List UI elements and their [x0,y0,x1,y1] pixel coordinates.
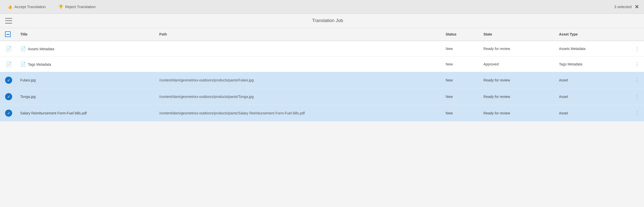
accept-translation-label: Accept Translation [14,5,46,9]
row-more-button[interactable]: ⋮ [635,94,640,99]
row-path [155,41,442,57]
row-actions[interactable]: ⋮ [631,57,644,72]
row-state: Ready for review [479,89,555,105]
row-checkbox-cell[interactable]: ✓ [0,89,16,105]
column-header-actions [631,28,644,41]
page-title: Translation Job [16,18,639,23]
row-title: Tonga.jpg [16,89,155,105]
table-container: Title Path Status State Asset Type 📄📄Ass… [0,28,644,122]
sidebar-toggle-button[interactable] [5,18,12,24]
checked-checkbox[interactable]: ✓ [5,93,12,100]
row-checkbox-cell[interactable]: 📄 [0,57,16,72]
column-header-asset-type: Asset Type [555,28,631,41]
indeterminate-bar [6,34,9,35]
reject-translation-button[interactable]: 👎 Reject Translation [56,3,98,11]
header-checkbox-cell[interactable] [0,28,16,41]
selected-count: 3 selected [614,5,632,9]
file-icon-title: 📄 [20,46,26,51]
table-row[interactable]: ✓Salary Reimbursement Form-Fuel bills.pd… [0,105,644,122]
row-path: /content/dam/geometrixx-outdoors/product… [155,89,442,105]
row-title: Salary Reimbursement Form-Fuel bills.pdf [16,105,155,122]
row-title: 📄Tags Metadata [16,57,155,72]
toggle-bar-3 [5,23,12,24]
row-state: Ready for review [479,72,555,89]
title-text: Tags Metadata [28,62,51,66]
row-path: /content/dam/geometrixx-outdoors/product… [155,105,442,122]
row-status: New [442,41,479,57]
select-all-checkbox[interactable] [5,31,11,37]
column-header-title: Title [16,28,155,41]
translation-table: Title Path Status State Asset Type 📄📄Ass… [0,28,644,122]
table-header: Title Path Status State Asset Type [0,28,644,41]
row-checkbox-cell[interactable]: 📄 [0,41,16,57]
row-path: /content/dam/geometrixx-outdoors/product… [155,72,442,89]
table-row[interactable]: 📄📄Tags MetadataNewApprovedTags Metadata⋮ [0,57,644,72]
checked-checkbox[interactable]: ✓ [5,77,12,84]
row-asset-type: Asset [555,105,631,122]
row-status: New [442,89,479,105]
toolbar-right: 3 selected ✕ [614,4,639,10]
accept-translation-button[interactable]: 👍 Accept Translation [5,3,48,11]
title-text: Assets Metadata [28,47,54,51]
toolbar-left: 👍 Accept Translation 👎 Reject Translatio… [5,3,98,11]
row-asset-type: Assets Metadata [555,41,631,57]
toggle-bar-1 [5,18,12,19]
row-asset-type: Asset [555,72,631,89]
row-actions[interactable]: ⋮ [631,89,644,105]
row-checkbox-cell[interactable]: ✓ [0,72,16,89]
row-status: New [442,72,479,89]
row-state: Approved [479,57,555,72]
thumbs-up-icon: 👍 [8,5,12,9]
file-icon: 📄 [6,61,12,67]
column-header-status: Status [442,28,479,41]
table-row[interactable]: ✓Tonga.jpg/content/dam/geometrixx-outdoo… [0,89,644,105]
table-row[interactable]: 📄📄Assets MetadataNewReady for reviewAsse… [0,41,644,57]
checked-checkbox[interactable]: ✓ [5,110,12,117]
column-header-path: Path [155,28,442,41]
column-header-state: State [479,28,555,41]
row-status: New [442,105,479,122]
thumbs-down-icon: 👎 [58,5,63,9]
close-button[interactable]: ✕ [635,4,639,10]
row-status: New [442,57,479,72]
reject-translation-label: Reject Translation [65,5,96,9]
table-row[interactable]: ✓Fulani.jpg/content/dam/geometrixx-outdo… [0,72,644,89]
row-path [155,57,442,72]
row-more-button[interactable]: ⋮ [635,46,640,51]
row-asset-type: Tags Metadata [555,57,631,72]
row-more-button[interactable]: ⋮ [635,110,640,116]
row-actions[interactable]: ⋮ [631,105,644,122]
row-more-button[interactable]: ⋮ [635,77,640,83]
row-state: Ready for review [479,41,555,57]
row-title: 📄Assets Metadata [16,41,155,57]
row-title: Fulani.jpg [16,72,155,89]
row-state: Ready for review [479,105,555,122]
row-actions[interactable]: ⋮ [631,72,644,89]
toolbar: 👍 Accept Translation 👎 Reject Translatio… [0,0,644,14]
row-checkbox-cell[interactable]: ✓ [0,105,16,122]
row-asset-type: Asset [555,89,631,105]
page-header: Translation Job [0,14,644,28]
row-actions[interactable]: ⋮ [631,41,644,57]
file-icon: 📄 [6,46,12,52]
table-body: 📄📄Assets MetadataNewReady for reviewAsse… [0,41,644,122]
row-more-button[interactable]: ⋮ [635,61,640,67]
toggle-bar-2 [5,20,12,21]
file-icon-title: 📄 [20,62,26,67]
